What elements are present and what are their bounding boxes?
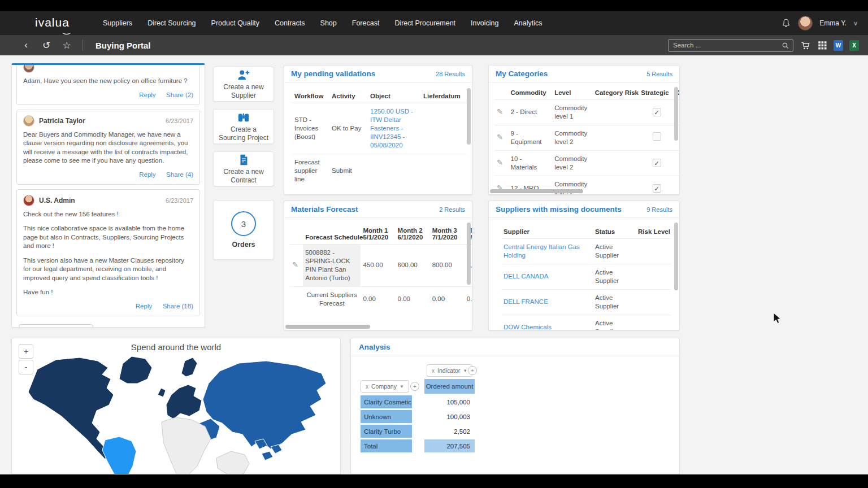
apps-grid-icon[interactable] xyxy=(817,40,827,50)
edit-pencil-icon[interactable]: ✎ xyxy=(497,133,503,141)
column-header[interactable]: Month 15/1/2020 xyxy=(361,224,395,245)
results-count[interactable]: 9 Results xyxy=(646,206,672,213)
column-header[interactable]: Level xyxy=(552,86,593,100)
pivot-value-header[interactable]: Ordered amount xyxy=(424,379,475,394)
create-sourcing-project-button[interactable]: Create a Sourcing Project xyxy=(213,109,274,144)
indicator-dimension-chip[interactable]: x Indicator ▼ xyxy=(427,364,472,377)
table-row[interactable]: ✎ 5008882 - SPRING-LOCK PIN Plant San An… xyxy=(290,245,472,287)
create-supplier-button[interactable]: Create a new Supplier xyxy=(213,67,274,102)
nav-item-product-quality[interactable]: Product Quality xyxy=(211,19,259,27)
reply-link[interactable]: Reply xyxy=(139,91,155,98)
supplier-link[interactable]: DELL CANADA xyxy=(504,273,548,280)
excel-export-icon[interactable]: X xyxy=(849,40,859,51)
panel-title[interactable]: Suppliers with missing documents xyxy=(496,205,622,213)
table-row[interactable]: Central Energy Italian Gas Holding Activ… xyxy=(501,239,671,264)
results-count[interactable]: 28 Results xyxy=(436,71,465,77)
supplier-link[interactable]: DOW Chemicals xyxy=(504,324,552,330)
add-dimension-button[interactable]: + xyxy=(468,366,477,375)
table-row[interactable]: DOW Chemicals Active Supplier xyxy=(501,315,671,330)
vertical-scrollbar[interactable] xyxy=(467,88,471,145)
column-header[interactable]: Risk Level xyxy=(636,225,671,239)
world-map[interactable] xyxy=(12,338,341,474)
column-header[interactable]: Supplier xyxy=(501,225,593,239)
nav-item-analytics[interactable]: Analytics xyxy=(514,19,542,27)
vertical-scrollbar[interactable] xyxy=(674,87,678,141)
nav-item-direct-sourcing[interactable]: Direct Sourcing xyxy=(147,19,196,27)
panel-title[interactable]: My pending validations xyxy=(291,69,375,78)
notifications-bell-icon[interactable] xyxy=(781,18,791,28)
company-dimension-chip[interactable]: x Company ▼ xyxy=(361,380,409,393)
column-header[interactable]: Status xyxy=(593,225,636,239)
to-recipient-select[interactable]: To ▼ xyxy=(19,324,93,328)
nav-item-direct-procurement[interactable]: Direct Procurement xyxy=(394,19,455,27)
pivot-row-label[interactable]: Unknown xyxy=(361,410,412,423)
table-row[interactable]: DELL FRANCE Active Supplier xyxy=(501,289,671,315)
cart-icon[interactable] xyxy=(800,40,811,51)
history-icon[interactable]: ↺ xyxy=(36,40,57,51)
column-header[interactable]: Commodity xyxy=(509,86,553,100)
column-header[interactable]: Category Risk xyxy=(593,86,639,100)
strategic-checkbox[interactable]: ✓ xyxy=(653,108,661,116)
search-input[interactable] xyxy=(669,40,776,51)
table-row[interactable]: Forecast supplier line Submit xyxy=(292,154,466,187)
strategic-checkbox[interactable]: ✓ xyxy=(653,159,661,167)
nav-item-contracts[interactable]: Contracts xyxy=(275,19,305,27)
user-avatar[interactable] xyxy=(798,16,813,30)
supplier-link[interactable]: DELL FRANCE xyxy=(504,298,548,305)
supplier-link[interactable]: Central Energy Italian Gas Holding xyxy=(504,243,580,259)
table-row[interactable]: ✎ 2 - Direct Commodity level 1 ✓ xyxy=(494,100,679,125)
nav-item-suppliers[interactable]: Suppliers xyxy=(103,19,132,27)
panel-title[interactable]: My Categories xyxy=(496,69,548,78)
table-row[interactable]: DELL CANADA Active Supplier xyxy=(501,264,671,289)
reply-link[interactable]: Reply xyxy=(136,303,152,310)
strategic-checkbox[interactable] xyxy=(653,132,661,141)
edit-pencil-icon[interactable]: ✎ xyxy=(497,107,503,116)
share-link[interactable]: Share (18) xyxy=(163,303,193,310)
share-link[interactable]: Share (4) xyxy=(166,171,193,178)
share-link[interactable]: Share (2) xyxy=(166,91,193,98)
nav-item-invoicing[interactable]: Invoicing xyxy=(471,19,498,27)
column-header[interactable]: Month 26/1/2020 xyxy=(396,224,430,245)
column-header[interactable]: Workflow xyxy=(292,89,329,103)
table-row[interactable]: STD - Invoices (Boost) OK to Pay 1250.00… xyxy=(292,103,466,154)
ivalua-logo[interactable]: ivalua ‿ xyxy=(35,16,70,29)
horizontal-scrollbar[interactable] xyxy=(490,189,583,193)
reply-link[interactable]: Reply xyxy=(139,171,155,178)
nav-item-shop[interactable]: Shop xyxy=(320,19,337,27)
message-author[interactable]: Patricia Taylor xyxy=(39,117,85,125)
user-name[interactable]: Emma Y. xyxy=(819,19,847,27)
nav-item-forecast[interactable]: Forecast xyxy=(352,19,380,27)
column-header[interactable]: Month 37/1/2020 xyxy=(430,224,465,245)
vertical-scrollbar[interactable] xyxy=(467,223,471,285)
edit-pencil-icon[interactable]: ✎ xyxy=(292,260,298,269)
pivot-row-label[interactable]: Clarity Cosmetic xyxy=(361,395,412,408)
pivot-row-label[interactable]: Clarity Turbo xyxy=(361,425,412,438)
remove-icon[interactable]: x xyxy=(432,368,435,374)
results-count[interactable]: 5 Results xyxy=(646,71,672,77)
panel-title[interactable]: Materials Forecast xyxy=(291,205,358,213)
word-export-icon[interactable]: W xyxy=(834,40,843,51)
horizontal-scrollbar[interactable] xyxy=(285,325,370,329)
column-header[interactable]: Lieferdatum xyxy=(421,89,466,103)
create-contract-button[interactable]: Create a new Contract xyxy=(213,151,274,186)
table-row[interactable]: ✎ 9 - Equipment Commodity level 2 ✓ xyxy=(494,125,679,150)
vertical-scrollbar[interactable] xyxy=(674,223,678,290)
column-header[interactable]: Object xyxy=(368,89,421,103)
search-icon[interactable] xyxy=(782,42,789,50)
add-dimension-button[interactable]: + xyxy=(410,382,419,391)
table-row[interactable]: ✎ 10 - Materials Commodity level 2 ✓ xyxy=(494,150,679,176)
panel-title[interactable]: Analysis xyxy=(351,338,679,356)
table-row[interactable]: Current Suppliers Forecast 0.00 0.00 0.0… xyxy=(290,286,472,311)
column-header[interactable]: Activity xyxy=(329,89,368,103)
back-icon[interactable]: ‹ xyxy=(16,40,36,51)
strategic-checkbox[interactable]: ✓ xyxy=(653,184,661,193)
message-author[interactable]: U.S. Admin xyxy=(39,197,75,204)
column-header[interactable]: Forecast Schedule xyxy=(303,224,361,245)
remove-icon[interactable]: x xyxy=(366,384,368,390)
edit-pencil-icon[interactable]: ✎ xyxy=(497,158,503,167)
object-link[interactable]: 1250.00 USD - ITW Deltar Fasteners - IIN… xyxy=(370,108,413,149)
results-count[interactable]: 2 Results xyxy=(439,206,465,213)
favorite-star-icon[interactable]: ☆ xyxy=(57,40,77,51)
column-header[interactable]: Strategic xyxy=(639,86,674,100)
orders-kpi-card[interactable]: 3 Orders xyxy=(213,200,274,260)
